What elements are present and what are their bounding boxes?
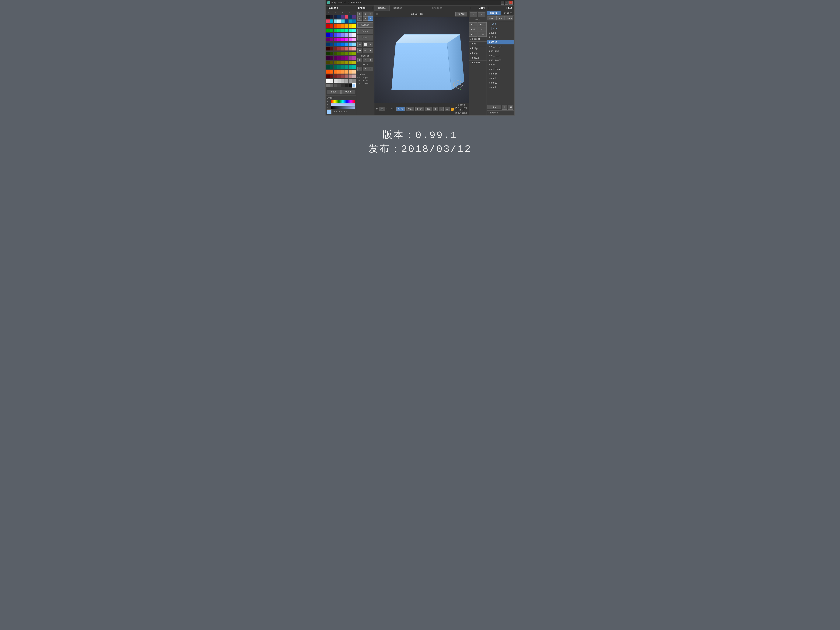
color-cell-105[interactable]	[330, 74, 333, 78]
zero-button[interactable]: 0	[433, 107, 438, 111]
file-item-8[interactable]: chr_sword	[487, 58, 514, 63]
color-cell-26[interactable]	[333, 29, 337, 32]
color-cell-11[interactable]	[337, 19, 341, 23]
file-item-4[interactable]: castle	[487, 40, 514, 44]
color-cell-36[interactable]	[341, 33, 344, 37]
color-cell-27[interactable]	[337, 29, 341, 32]
color-cell-90[interactable]	[333, 65, 337, 69]
color-cell-49[interactable]	[330, 43, 333, 46]
color-cell-72[interactable]	[326, 56, 330, 60]
color-cell-89[interactable]	[330, 65, 333, 69]
move-button[interactable]: ✛	[357, 42, 363, 47]
color-cell-73[interactable]	[330, 56, 333, 60]
color-cell-51[interactable]	[337, 43, 341, 46]
color-cell-81[interactable]	[330, 61, 333, 65]
color-cell-125[interactable]	[345, 84, 348, 87]
camera-button[interactable]: 📷	[379, 107, 385, 111]
sat-slider[interactable]	[331, 103, 355, 106]
color-cell-123[interactable]	[337, 84, 341, 87]
color-cell-114[interactable]	[333, 79, 337, 83]
color-cell-13[interactable]	[345, 19, 348, 23]
arrow-left-button[interactable]: ◀	[357, 47, 363, 53]
color-cell-95[interactable]	[352, 65, 356, 69]
file-item-6[interactable]: chr_old	[487, 49, 514, 54]
hue-slider[interactable]	[331, 100, 355, 103]
color-cell-121[interactable]	[330, 84, 333, 87]
grid-button[interactable]: Grid	[363, 79, 368, 82]
color-cell-124[interactable]	[341, 84, 344, 87]
rot-row[interactable]: ▶ Rot	[469, 41, 487, 46]
color-cell-62[interactable]	[349, 47, 352, 51]
attach-button[interactable]: Attach	[357, 22, 373, 28]
file-item-3[interactable]: 8x8x8	[487, 35, 514, 40]
color-cell-88[interactable]	[326, 65, 330, 69]
redo-button[interactable]: ↪	[478, 12, 485, 17]
color-cell-24[interactable]	[326, 29, 330, 32]
color-cell-39[interactable]	[352, 33, 356, 37]
color-cell-50[interactable]	[333, 43, 337, 46]
color-cell-12[interactable]	[341, 19, 344, 23]
color-cell-32[interactable]	[326, 33, 330, 37]
file-item-2[interactable]: 3x3x3	[487, 31, 514, 35]
fit-button[interactable]: Fit	[469, 32, 477, 37]
color-cell-16[interactable]	[326, 24, 330, 28]
file-item-10[interactable]: ephtracy	[487, 67, 514, 72]
color-cell-111[interactable]	[352, 74, 356, 78]
file-item-0[interactable]: - vox	[487, 22, 514, 26]
tab-model[interactable]: Model	[374, 5, 390, 11]
file-add-button[interactable]: +	[502, 105, 507, 110]
brush-mode-b[interactable]: B	[368, 16, 373, 21]
color-cell-101[interactable]	[345, 70, 348, 74]
color-cell-0[interactable]	[326, 15, 330, 19]
color-cell-83[interactable]	[337, 61, 341, 65]
close-button[interactable]: ✕	[509, 1, 513, 5]
reset-button[interactable]: ↺	[439, 107, 444, 111]
file-item-11[interactable]: menger	[487, 72, 514, 76]
color-cell-53[interactable]	[345, 43, 348, 46]
color-cell-35[interactable]	[337, 33, 341, 37]
color-cell-99[interactable]	[337, 70, 341, 74]
file-item-7[interactable]: chr_rain	[487, 54, 514, 58]
color-cell-69[interactable]	[345, 52, 348, 55]
color-cell-22[interactable]	[349, 24, 352, 28]
file-delete-button[interactable]: 🗑	[508, 105, 513, 110]
layout-button[interactable]: ⊞	[445, 107, 450, 111]
mirror-x-button[interactable]: X	[357, 58, 363, 62]
color-cell-14[interactable]	[349, 19, 352, 23]
color-cell-19[interactable]	[337, 24, 341, 28]
color-cell-23[interactable]	[352, 24, 356, 28]
color-cell-82[interactable]	[333, 61, 337, 65]
select-row[interactable]: ▶ Select	[469, 37, 487, 41]
edge-button[interactable]: Edge	[363, 77, 368, 79]
color-cell-66[interactable]	[333, 52, 337, 55]
tab-render[interactable]: Render	[390, 5, 406, 11]
color-cell-8[interactable]	[326, 19, 330, 23]
maximize-button[interactable]: □	[505, 1, 508, 5]
mirror-z-button[interactable]: Z	[368, 58, 373, 62]
export-row[interactable]: ▶ Export	[487, 111, 514, 115]
file-item-12[interactable]: monu1	[487, 76, 514, 81]
flip-row[interactable]: ▶ Flip	[469, 46, 487, 51]
color-cell-7[interactable]	[352, 15, 356, 19]
color-cell-115[interactable]	[337, 79, 341, 83]
color-cell-113[interactable]	[330, 79, 333, 83]
color-cell-108[interactable]	[341, 74, 344, 78]
erase-button[interactable]: Erase	[357, 29, 373, 34]
color-cell-37[interactable]	[345, 33, 348, 37]
axis-x-button[interactable]: X	[357, 67, 363, 71]
color-cell-57[interactable]	[330, 47, 333, 51]
file-new-button[interactable]: New	[488, 105, 501, 109]
file-open-button[interactable]: Open	[505, 16, 513, 21]
color-cell-119[interactable]	[352, 79, 356, 83]
color-cell-104[interactable]	[326, 74, 330, 78]
brush-mode-f[interactable]: F	[363, 16, 368, 21]
color-cell-103[interactable]	[352, 70, 356, 74]
color-cell-40[interactable]	[326, 38, 330, 41]
viewport-canvas[interactable]	[374, 17, 468, 103]
color-cell-86[interactable]	[349, 61, 352, 65]
color-cell-9[interactable]	[330, 19, 333, 23]
color-cell-91[interactable]	[337, 65, 341, 69]
color-cell-97[interactable]	[330, 70, 333, 74]
color-cell-47[interactable]	[352, 38, 356, 41]
color-cell-15[interactable]	[352, 19, 356, 23]
